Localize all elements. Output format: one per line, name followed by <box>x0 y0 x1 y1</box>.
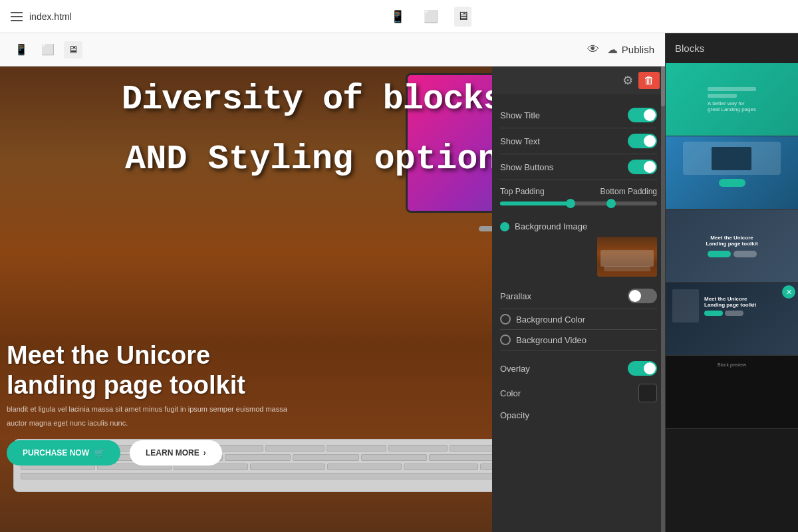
mobile-icon-top[interactable]: 📱 <box>388 7 408 27</box>
blocks-panel-title: Blocks <box>666 33 798 63</box>
editor-devices: 📱 ⬜ 🖥 <box>11 41 82 59</box>
top-padding-label: Top Padding <box>500 187 545 196</box>
purchase-button[interactable]: PURCHASE NOW 🛒 <box>7 440 120 466</box>
show-buttons-label: Show Buttons <box>500 162 553 172</box>
overlay-section: Overlay Color Opacity <box>500 350 657 431</box>
parallax-label: Parallax <box>500 291 531 301</box>
hero-text: Meet the Unicore landing page toolkit bl… <box>7 340 287 466</box>
mobile-icon-editor[interactable]: 📱 <box>11 41 32 59</box>
editor-toolbar: 📱 ⬜ 🖥 👁 ☁ Publish <box>0 33 665 66</box>
block-item-5[interactable]: Block preview <box>666 356 798 429</box>
settings-panel: ⚙ 🗑 Show Title Show Text Show Buttons <box>492 66 665 532</box>
scroll-thumb <box>661 66 665 106</box>
main-layout: 📱 ⬜ 🖥 👁 ☁ Publish <box>0 33 798 532</box>
bottom-padding-label: Bottom Padding <box>600 187 657 196</box>
bg-color-radio[interactable] <box>500 314 511 325</box>
opacity-label: Opacity <box>500 410 529 420</box>
settings-gear-icon[interactable]: ⚙ <box>622 73 633 88</box>
parallax-row: Parallax <box>500 283 657 309</box>
parallax-toggle[interactable] <box>628 289 657 303</box>
color-picker[interactable] <box>638 384 657 402</box>
bg-image-indicator <box>500 222 509 231</box>
top-bar-left: index.html <box>11 11 72 22</box>
scroll-bar[interactable] <box>661 66 665 532</box>
blocks-sidebar: Blocks A better way forgreat Landing pag… <box>665 33 798 532</box>
editor-toolbar-right: 👁 ☁ Publish <box>587 43 654 57</box>
bottom-padding-thumb[interactable] <box>606 199 616 208</box>
settings-body: Show Title Show Text Show Buttons Top Pa <box>492 94 665 439</box>
tablet-icon-editor[interactable]: ⬜ <box>37 41 59 59</box>
learn-more-button[interactable]: LEARN MORE › <box>130 440 222 466</box>
show-text-label: Show Text <box>500 136 540 146</box>
opacity-row: Opacity <box>500 406 657 424</box>
cart-icon: 🛒 <box>94 448 104 458</box>
device-switcher: 📱 ⬜ 🖥 <box>72 7 787 27</box>
publish-button[interactable]: ☁ Publish <box>607 43 654 56</box>
file-name: index.html <box>29 11 72 22</box>
hero-buttons: PURCHASE NOW 🛒 LEARN MORE › <box>7 440 287 466</box>
delete-block-button[interactable]: 🗑 <box>638 72 660 89</box>
hero-paragraph-1: blandit et ligula vel lacinia massa sit … <box>7 404 287 416</box>
show-title-label: Show Title <box>500 110 540 120</box>
block-item-4[interactable]: Meet the UnicoreLanding page toolkit ✕ <box>666 283 798 356</box>
bg-color-row: Background Color <box>500 309 657 330</box>
overlay-row: Overlay <box>500 357 657 380</box>
arrow-icon: › <box>203 448 206 458</box>
bg-video-label: Background Video <box>516 335 587 345</box>
bg-video-row: Background Video <box>500 330 657 350</box>
hero-paragraph-2: auctor magna eget nunc iaculis nunc. <box>7 418 287 430</box>
block-item-1[interactable]: A better way forgreat Landing pages <box>666 63 798 136</box>
bg-image-row: Background Image <box>500 221 657 231</box>
padding-slider[interactable] <box>500 201 657 205</box>
upload-icon: ☁ <box>607 43 618 56</box>
tablet-icon-top[interactable]: ⬜ <box>421 7 441 27</box>
bg-image-label: Background Image <box>515 221 587 231</box>
padding-row: Top Padding Bottom Padding <box>500 180 657 215</box>
bg-image-section: Background Image <box>500 215 657 283</box>
desktop-icon-top[interactable]: 🖥 <box>454 7 471 27</box>
top-bar: index.html 📱 ⬜ 🖥 <box>0 0 798 33</box>
close-block-icon[interactable]: ✕ <box>782 285 795 299</box>
bg-video-radio[interactable] <box>500 334 511 345</box>
hero-title: Meet the Unicore landing page toolkit <box>7 340 287 401</box>
overlay-toggle[interactable] <box>628 361 657 376</box>
show-buttons-toggle[interactable] <box>628 160 657 174</box>
show-title-row: Show Title <box>500 102 657 128</box>
hamburger-menu[interactable] <box>11 12 23 21</box>
block-item-3[interactable]: Meet the UnicoreLanding page toolkit <box>666 209 798 283</box>
color-row: Color <box>500 380 657 406</box>
bg-color-label: Background Color <box>516 315 585 325</box>
preview-icon[interactable]: 👁 <box>587 43 599 57</box>
color-label: Color <box>500 388 521 398</box>
show-buttons-row: Show Buttons <box>500 154 657 180</box>
top-padding-thumb[interactable] <box>566 199 575 208</box>
show-text-toggle[interactable] <box>628 134 657 148</box>
bg-image-thumbnail[interactable] <box>597 237 657 277</box>
canvas-area: 📱 ⬜ 🖥 👁 ☁ Publish <box>0 33 665 532</box>
show-title-toggle[interactable] <box>628 108 657 122</box>
desktop-icon-editor[interactable]: 🖥 <box>64 41 82 59</box>
block-item-2[interactable] <box>666 136 798 209</box>
overlay-label: Overlay <box>500 364 530 374</box>
show-text-row: Show Text <box>500 128 657 154</box>
settings-header: ⚙ 🗑 <box>492 66 665 94</box>
top-padding-fill <box>500 201 571 205</box>
